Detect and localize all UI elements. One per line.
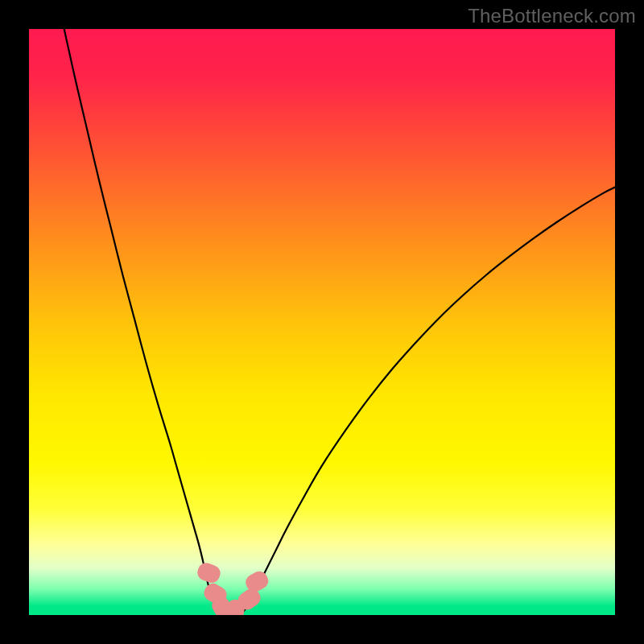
bottleneck-chart bbox=[29, 29, 615, 615]
gradient-background bbox=[29, 29, 615, 615]
chart-frame: TheBottleneck.com bbox=[0, 0, 644, 644]
plot-area bbox=[29, 29, 615, 615]
watermark-text: TheBottleneck.com bbox=[468, 5, 636, 27]
